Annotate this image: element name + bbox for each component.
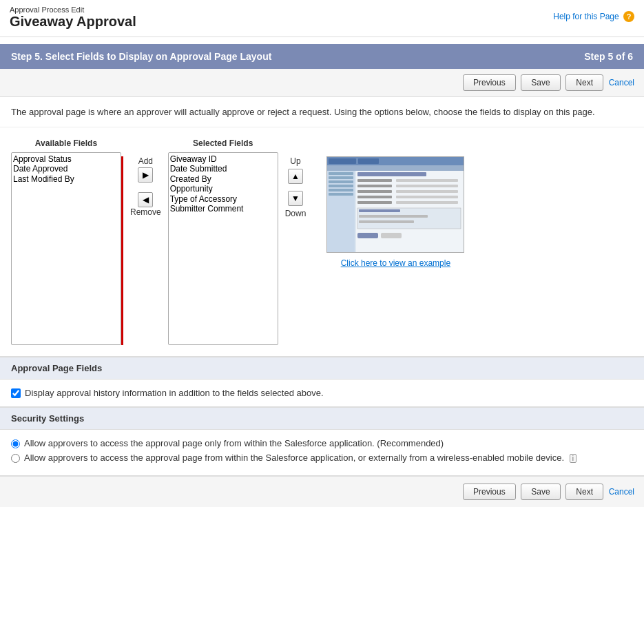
save-button-top[interactable]: Save xyxy=(521,74,560,91)
svg-rect-27 xyxy=(359,220,414,223)
svg-rect-28 xyxy=(357,233,378,238)
up-button[interactable]: ▲ xyxy=(288,169,303,184)
preview-image xyxy=(326,156,464,253)
next-button-top[interactable]: Next xyxy=(565,74,603,91)
page-title: Giveaway Approval xyxy=(10,14,634,30)
selected-fields-list[interactable]: Giveaway ID Date Submitted Created By Op… xyxy=(168,152,278,345)
add-button[interactable]: ▶ xyxy=(138,167,153,183)
security-settings-header: Security Settings xyxy=(0,407,644,430)
svg-rect-10 xyxy=(329,189,353,191)
radio-salesforce-only[interactable] xyxy=(11,439,20,448)
svg-rect-25 xyxy=(359,209,400,212)
remove-label: Remove xyxy=(130,207,161,217)
svg-rect-11 xyxy=(329,193,353,196)
svg-rect-23 xyxy=(396,201,458,204)
radio-mobile-access[interactable] xyxy=(11,454,20,463)
radio-salesforce-only-label: Allow approvers to access the approval p… xyxy=(24,438,444,448)
previous-button-bottom[interactable]: Previous xyxy=(463,484,516,500)
description-text: The approval page is where an approver w… xyxy=(11,107,595,117)
svg-rect-13 xyxy=(357,172,426,176)
list-item[interactable]: Giveaway ID xyxy=(170,154,276,164)
svg-rect-6 xyxy=(329,172,353,175)
step-indicator: Step 5 of 6 xyxy=(584,51,633,62)
svg-rect-15 xyxy=(396,179,458,182)
svg-rect-20 xyxy=(357,196,392,198)
next-button-bottom[interactable]: Next xyxy=(565,484,603,500)
down-button[interactable]: ▼ xyxy=(288,191,303,206)
svg-rect-29 xyxy=(381,233,402,238)
display-history-label: Display approval history information in … xyxy=(25,388,324,398)
list-item[interactable]: Type of Accessory xyxy=(170,194,276,204)
svg-rect-2 xyxy=(329,158,356,164)
svg-rect-4 xyxy=(327,165,464,171)
breadcrumb: Approval Process Edit xyxy=(10,6,634,14)
preview-link[interactable]: Click here to view an example xyxy=(341,258,450,268)
list-item[interactable]: Last Modified By xyxy=(13,174,119,184)
list-item[interactable]: Submitter Comment xyxy=(170,204,276,214)
radio-mobile-access-label: Allow approvers to access the approval p… xyxy=(24,453,577,463)
selected-fields-label: Selected Fields xyxy=(168,138,278,148)
help-label: Help for this Page xyxy=(553,12,619,21)
available-fields-list[interactable]: Approval Status Date Approved Last Modif… xyxy=(11,152,121,345)
remove-button[interactable]: ◀ xyxy=(138,192,153,207)
svg-rect-17 xyxy=(396,185,458,187)
previous-button-top[interactable]: Previous xyxy=(463,74,516,91)
cancel-link-bottom[interactable]: Cancel xyxy=(609,487,634,497)
list-item[interactable]: Approval Status xyxy=(13,154,119,164)
info-icon[interactable]: i xyxy=(570,454,577,463)
list-item[interactable]: Date Submitted xyxy=(170,164,276,174)
svg-rect-3 xyxy=(358,158,379,164)
approval-page-fields-header: Approval Page Fields xyxy=(0,357,644,380)
svg-rect-18 xyxy=(357,190,392,193)
svg-rect-22 xyxy=(357,201,392,204)
svg-rect-14 xyxy=(357,179,392,182)
svg-rect-7 xyxy=(329,176,353,179)
available-fields-label: Available Fields xyxy=(11,138,121,148)
up-label: Up xyxy=(290,156,300,166)
step-label: Step 5. Select Fields to Display on Appr… xyxy=(11,51,271,62)
svg-rect-21 xyxy=(396,196,458,198)
help-icon: ? xyxy=(623,11,634,22)
list-item[interactable]: Created By xyxy=(170,174,276,184)
save-button-bottom[interactable]: Save xyxy=(521,484,560,500)
add-label: Add xyxy=(138,156,153,166)
list-item[interactable]: Date Approved xyxy=(13,164,119,174)
svg-rect-16 xyxy=(357,185,392,187)
list-item[interactable]: Opportunity xyxy=(170,184,276,194)
cancel-link-top[interactable]: Cancel xyxy=(609,78,634,87)
display-history-checkbox[interactable] xyxy=(11,388,21,398)
help-link[interactable]: Help for this Page ? xyxy=(553,11,634,22)
svg-rect-9 xyxy=(329,185,353,187)
svg-rect-8 xyxy=(329,180,353,183)
svg-rect-19 xyxy=(396,190,458,193)
down-label: Down xyxy=(285,209,307,218)
svg-rect-26 xyxy=(359,215,428,218)
